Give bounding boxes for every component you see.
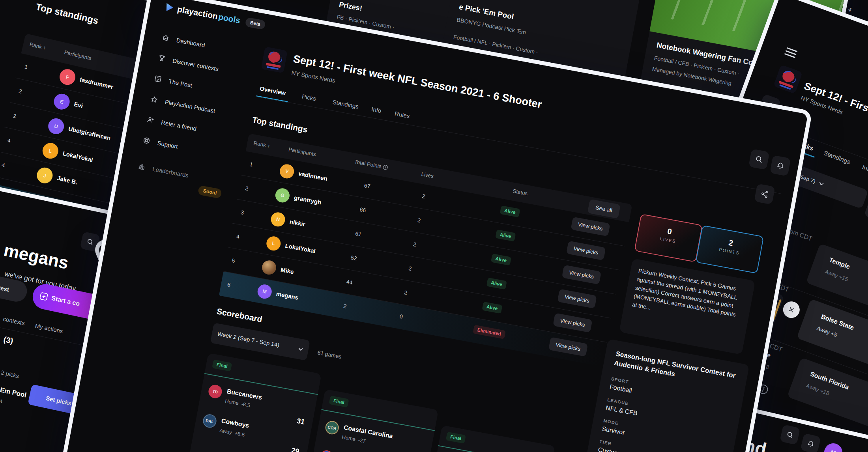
avatar: N <box>270 211 286 228</box>
view-picks-button[interactable]: View picks <box>548 337 588 357</box>
contest-description-card: Pickem Weekly Contest: Pick 5 Games agai… <box>619 258 755 355</box>
search-icon[interactable] <box>748 149 770 170</box>
avatar-photo <box>261 259 277 276</box>
avatar: G <box>274 187 291 204</box>
tab-my-actions[interactable]: My actions <box>34 322 64 335</box>
share-icon[interactable] <box>754 183 775 205</box>
final-badge: Final <box>212 359 232 371</box>
team-avatar: TB <box>208 384 223 400</box>
contest-avatar <box>261 47 288 73</box>
home-icon <box>161 33 170 42</box>
avatar: J <box>35 166 54 185</box>
chart-icon <box>137 162 146 171</box>
info-icon <box>382 164 388 170</box>
lives-card: 0 LIVES <box>634 214 703 262</box>
sidebar-item-leaderboards[interactable]: Leaderboards <box>137 162 189 179</box>
tab-info[interactable]: Info <box>371 106 382 114</box>
close-icon <box>788 306 795 313</box>
top-standings-heading: Top standings <box>35 1 99 26</box>
person-add-icon <box>146 116 155 125</box>
pool-name: Em Pool <box>0 386 27 400</box>
game-card[interactable]: Final TB Buccaneers Home -8.5 31 DAL Cow… <box>176 353 322 452</box>
avatar: U <box>47 117 65 136</box>
view-picks-button[interactable]: View picks <box>553 313 592 332</box>
avatar: M <box>256 283 273 300</box>
sidebar-item-podcast[interactable]: PlayAction Podcast <box>150 95 216 114</box>
tab-standings[interactable]: Standings <box>332 99 359 110</box>
status-badge: Alive <box>482 302 502 314</box>
game-card[interactable]: Final UTE UTEP <box>414 425 556 452</box>
week-selector-dropdown[interactable]: Week 2 (Sep 7 - Sep 14) <box>210 323 310 360</box>
avatar: V <box>279 163 295 179</box>
standings-table: Rank ↑ Participants Total Points Lives S… <box>219 133 632 367</box>
soon-badge: Soon! <box>198 185 223 199</box>
star-icon <box>150 95 159 104</box>
user-chip[interactable]: megans <box>864 198 868 236</box>
view-picks-button[interactable]: View picks <box>557 289 597 308</box>
tab-picks[interactable]: Picks <box>301 93 316 102</box>
corner-rank: 4 <box>847 6 853 13</box>
picks-meta: 2 picks <box>0 369 20 379</box>
avatar: L <box>265 235 282 252</box>
status-badge: Alive <box>495 230 516 242</box>
sidebar-item-the-post[interactable]: The Post <box>153 74 193 89</box>
sidebar-item-dashboard[interactable]: Dashboard <box>161 33 206 49</box>
tab-rules[interactable]: Rules <box>394 110 410 120</box>
status-badge: Alive <box>491 254 511 266</box>
points-card: 2 POINTS <box>696 225 764 274</box>
plus-box-icon <box>39 292 49 301</box>
final-badge: Final <box>329 396 349 407</box>
search-icon[interactable] <box>780 424 801 445</box>
contest-avatar <box>773 65 803 94</box>
hamburger-menu-icon[interactable] <box>784 47 798 59</box>
chevron-down-icon <box>298 347 303 351</box>
view-picks-button[interactable]: View picks <box>571 217 610 236</box>
chevron-down-icon <box>819 181 824 186</box>
status-badge: Eliminated <box>473 325 505 339</box>
view-picks-button[interactable]: View picks <box>562 265 601 284</box>
team-avatar: DAL <box>202 413 218 429</box>
scoreboard-heading: Scoreboard <box>216 306 263 324</box>
sidebar-item-discover[interactable]: Discover contests <box>157 54 219 73</box>
avatar: E <box>52 92 71 111</box>
status-badge: Alive <box>486 278 507 290</box>
user-avatar[interactable]: M <box>822 441 844 452</box>
support-icon <box>142 136 151 145</box>
status-badge: Alive <box>500 205 520 218</box>
team-avatar: COA <box>324 420 340 435</box>
contest-card-subtitle: BBONYG Podcast Pick 'Em <box>456 17 526 35</box>
tab-overview[interactable]: Overview <box>259 85 286 96</box>
contest-card-title: Prizes! <box>339 0 363 13</box>
team-avatar: KAN <box>319 449 335 452</box>
view-picks-button[interactable]: View picks <box>566 241 606 260</box>
news-icon <box>153 74 163 83</box>
standings-heading: Top standings <box>251 115 308 134</box>
sidebar-item-refer[interactable]: Refer a friend <box>146 116 197 133</box>
remove-pick-button[interactable] <box>781 299 802 320</box>
tab-contests[interactable]: contests <box>2 316 25 327</box>
pool-sub: st <box>0 397 3 404</box>
tab-info[interactable]: Info <box>861 163 868 174</box>
games-count: 61 games <box>317 349 342 360</box>
marketing-collage: 4 L Lok Top standings Rank ↑ Participant… <box>0 0 868 452</box>
avatar: F <box>58 67 77 86</box>
final-badge: Final <box>446 432 466 444</box>
sidebar-item-support[interactable]: Support <box>142 136 179 150</box>
contest-count: (3) <box>3 335 14 346</box>
bell-icon[interactable] <box>800 433 821 452</box>
bell-icon[interactable] <box>770 155 791 176</box>
dashboard-heading: megans <box>2 240 70 273</box>
trophy-icon <box>157 54 166 63</box>
avatar: L <box>41 141 60 160</box>
